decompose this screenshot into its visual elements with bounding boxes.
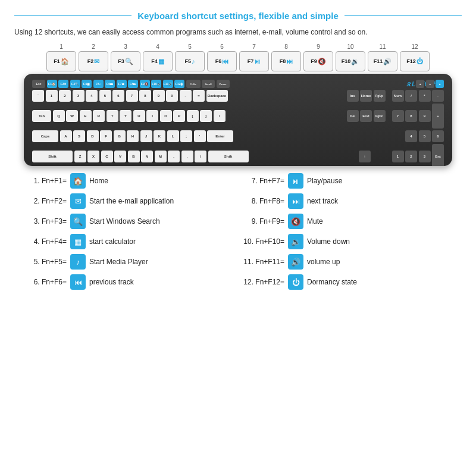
fkey-number-1: 1 (60, 43, 63, 50)
shortcut-key-label-7: 4. Fn+F4= (20, 237, 67, 246)
fkey-col-11: 11F11🔊 (368, 43, 397, 71)
fkey-number-6: 6 (220, 43, 224, 50)
shortcut-item-7: 4. Fn+F4=▦start calculator (20, 231, 238, 252)
shortcut-list: 1. Fn+F1=🏠Home7. Fn+F7=⏯Play/pause2. Fn+… (14, 171, 462, 292)
shortcut-icon-9: ♪ (70, 254, 86, 270)
fkey-number-11: 11 (379, 43, 386, 50)
shortcut-desc-4: next track (307, 197, 338, 205)
shortcut-item-8: 10. Fn+F10=🔉Volume down (238, 231, 456, 252)
shortcut-key-label-2: 7. Fn+F7= (238, 177, 284, 185)
shortcut-key-label-5: 3. Fn+F3= (20, 217, 67, 226)
shortcut-key-label-10: 11. Fn+F11= (238, 258, 284, 266)
shortcut-key-label-4: 8. Fn+F8= (238, 197, 284, 205)
fkey-col-7: 7F7⏯ (239, 43, 269, 71)
shortcut-item-5: 3. Fn+F3=🔍Start Windows Search (20, 211, 238, 231)
fkey-col-3: 3F3🔍 (111, 43, 140, 71)
fkey-box-9: F9🔇 (303, 51, 333, 71)
shortcut-desc-8: Volume down (307, 237, 350, 246)
fkey-number-5: 5 (188, 43, 192, 50)
shortcut-desc-7: start calculator (89, 237, 136, 246)
fkey-box-2: F2✉ (79, 51, 108, 71)
fkey-col-10: 10F10🔉 (336, 43, 365, 71)
fkey-box-1: F1🏠 (46, 51, 76, 71)
fkey-box-3: F3🔍 (111, 51, 140, 71)
shortcut-item-11: 6. Fn+F6=⏮previous track (20, 272, 238, 292)
page-header: Keyboard shortcut settings, flexible and… (14, 11, 462, 21)
fkey-box-8: F8⏭ (271, 51, 301, 71)
shortcut-desc-11: previous track (89, 278, 134, 286)
shortcut-key-label-9: 5. Fn+F5= (20, 258, 67, 266)
fkey-diagram: 1F1🏠2F2✉3F3🔍4F4▦5F5♪6F6⏮7F7⏯8F8⏭9F9🔇10F1… (14, 43, 462, 71)
fkey-number-2: 2 (92, 43, 95, 50)
page-title: Keyboard shortcut settings, flexible and… (131, 11, 345, 21)
fkey-col-1: 1F1🏠 (46, 43, 76, 71)
subtitle: Using 12 shortcuts, we can easily access… (14, 27, 462, 37)
fkey-number-4: 4 (156, 43, 159, 50)
fkey-col-8: 8F8⏭ (271, 43, 301, 71)
keyboard-section: 𝔎 Logitech Esc F1🏠 F2✉ F3🔍 F4▦ F5♪ F6⏮ F… (14, 74, 462, 166)
shortcut-item-12: 12. Fn+F12=⏻Dormancy state (238, 272, 456, 292)
shortcut-desc-1: Home (89, 177, 108, 185)
shortcut-key-label-8: 10. Fn+F10= (238, 237, 284, 246)
fkey-box-7: F7⏯ (239, 51, 269, 71)
fkey-col-9: 9F9🔇 (303, 43, 333, 71)
shortcut-item-6: 9. Fn+F9=🔇Mute (238, 211, 456, 231)
fkey-box-5: F5♪ (175, 51, 205, 71)
fkey-row: 1F1🏠2F2✉3F3🔍4F4▦5F5♪6F6⏮7F7⏯8F8⏭9F9🔇10F1… (46, 43, 430, 71)
header-line-left (14, 15, 131, 16)
fkey-col-4: 4F4▦ (143, 43, 173, 71)
shortcut-icon-11: ⏮ (70, 274, 86, 290)
fkey-box-11: F11🔊 (368, 51, 397, 71)
shortcut-icon-3: ✉ (70, 193, 86, 209)
fkey-box-6: F6⏮ (207, 51, 237, 71)
shortcut-item-3: 2. Fn+F2=✉Start the e-mail application (20, 191, 238, 211)
shortcut-desc-3: Start the e-mail application (89, 197, 174, 205)
shortcut-desc-9: Start Media Player (89, 258, 148, 266)
shortcut-icon-6: 🔇 (288, 214, 303, 229)
shortcut-desc-5: Start Windows Search (89, 217, 160, 226)
header-line-right (345, 15, 462, 16)
shortcut-icon-5: 🔍 (70, 214, 86, 229)
shortcut-key-label-3: 2. Fn+F2= (20, 197, 67, 205)
shortcut-item-10: 11. Fn+F11=🔊volume up (238, 252, 456, 272)
fkey-number-8: 8 (284, 43, 288, 50)
shortcut-item-9: 5. Fn+F5=♪Start Media Player (20, 252, 238, 272)
shortcut-icon-2: ⏯ (288, 173, 303, 189)
shortcut-key-label-1: 1. Fn+F1= (20, 177, 67, 185)
fkey-number-3: 3 (124, 43, 127, 50)
fkey-number-12: 12 (411, 43, 418, 50)
fkey-number-10: 10 (347, 43, 353, 50)
fkey-box-10: F10🔉 (336, 51, 365, 71)
shortcut-key-label-6: 9. Fn+F9= (238, 217, 284, 226)
shortcut-desc-10: volume up (307, 258, 340, 266)
fkey-col-5: 5F5♪ (175, 43, 205, 71)
fkey-number-9: 9 (317, 43, 320, 50)
shortcut-icon-7: ▦ (70, 234, 86, 249)
shortcut-icon-12: ⏻ (288, 274, 303, 290)
shortcut-item-1: 1. Fn+F1=🏠Home (20, 171, 238, 191)
shortcut-icon-10: 🔊 (288, 254, 303, 270)
keyboard-keys: Esc F1🏠 F2✉ F3🔍 F4▦ F5♪ F6⏮ F7⏯ F8⏭ F9🔇 … (32, 80, 444, 160)
shortcut-icon-1: 🏠 (70, 173, 86, 189)
keyboard-image: 𝔎 Logitech Esc F1🏠 F2✉ F3🔍 F4▦ F5♪ F6⏮ F… (24, 74, 452, 166)
fkey-number-7: 7 (252, 43, 256, 50)
shortcut-key-label-12: 12. Fn+F12= (238, 278, 284, 286)
shortcut-item-4: 8. Fn+F8=⏭next track (238, 191, 456, 211)
shortcut-desc-12: Dormancy state (307, 278, 357, 286)
shortcut-item-2: 7. Fn+F7=⏯Play/pause (238, 171, 456, 191)
fkey-box-12: F12⏻ (400, 51, 430, 71)
shortcut-icon-4: ⏭ (288, 193, 303, 209)
fkey-col-12: 12F12⏻ (400, 43, 430, 71)
shortcut-icon-8: 🔉 (288, 234, 303, 249)
shortcut-key-label-11: 6. Fn+F6= (20, 278, 67, 286)
shortcut-desc-2: Play/pause (307, 177, 342, 185)
shortcut-desc-6: Mute (307, 217, 323, 226)
fkey-box-4: F4▦ (143, 51, 173, 71)
fkey-col-6: 6F6⏮ (207, 43, 237, 71)
fkey-col-2: 2F2✉ (79, 43, 108, 71)
